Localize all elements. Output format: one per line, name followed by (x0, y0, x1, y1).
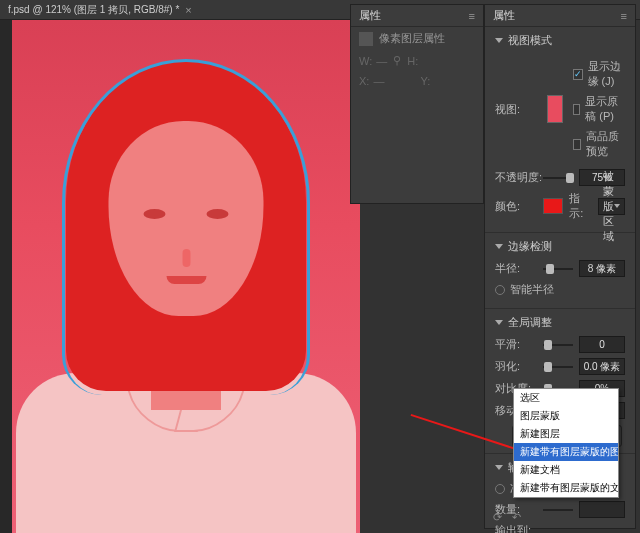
section-global-adjust[interactable]: 全局调整 (495, 315, 625, 330)
section-view-mode[interactable]: 视图模式 (495, 33, 625, 48)
photo (12, 20, 360, 533)
opacity-slider[interactable] (543, 171, 573, 185)
indicate-dropdown[interactable]: 被蒙版区域 (598, 198, 625, 215)
hq-preview-checkbox[interactable] (573, 139, 581, 150)
panel-footer: ⟳ ↶ (493, 511, 627, 524)
reset-icon[interactable]: ⟳ (493, 511, 502, 524)
show-original-checkbox[interactable] (573, 104, 581, 115)
dropdown-item[interactable]: 新建带有图层蒙版的文档 (514, 479, 618, 497)
layer-icon (359, 32, 373, 46)
feather-slider[interactable] (543, 360, 573, 374)
output-to-dropdown[interactable]: 选区图层蒙版新建图层新建带有图层蒙版的图层新建文档新建带有图层蒙版的文档 (513, 388, 619, 498)
panel-title[interactable]: 属性 (493, 8, 515, 23)
undo-icon[interactable]: ↶ (512, 511, 521, 524)
chevron-down-icon (495, 465, 503, 470)
smooth-slider[interactable] (543, 338, 573, 352)
properties-panel-small: 属性≡ 像素图层属性 W:—⚲H: X:—Y: (350, 4, 484, 204)
chevron-down-icon (495, 320, 503, 325)
properties-panel-main: 属性≡ 视图模式 视图: 显示边缘 (J) 显示原稿 (P) 高品质预览 不透明… (484, 4, 636, 529)
canvas-area[interactable] (0, 20, 360, 533)
close-icon[interactable]: × (185, 4, 191, 16)
document-tab[interactable]: f.psd @ 121% (图层 1 拷贝, RGB/8#) * (8, 3, 179, 17)
panel-menu-icon[interactable]: ≡ (621, 10, 627, 22)
show-edge-checkbox[interactable] (573, 69, 583, 80)
dropdown-item[interactable]: 图层蒙版 (514, 407, 618, 425)
dropdown-item[interactable]: 新建文档 (514, 461, 618, 479)
dropdown-item[interactable]: 新建图层 (514, 425, 618, 443)
dropdown-item[interactable]: 选区 (514, 389, 618, 407)
color-swatch[interactable] (543, 198, 563, 214)
radius-value[interactable]: 8 像素 (579, 260, 625, 277)
smart-radius-radio[interactable] (495, 285, 505, 295)
panel-menu-icon[interactable]: ≡ (469, 10, 475, 22)
view-thumbnail[interactable] (547, 95, 563, 123)
panel-title[interactable]: 属性 (359, 8, 381, 23)
radius-slider[interactable] (543, 262, 573, 276)
chevron-down-icon (495, 244, 503, 249)
purify-color-radio[interactable] (495, 484, 505, 494)
dropdown-item[interactable]: 新建带有图层蒙版的图层 (514, 443, 618, 461)
chevron-down-icon (495, 38, 503, 43)
opacity-value[interactable]: 75% (579, 169, 625, 186)
